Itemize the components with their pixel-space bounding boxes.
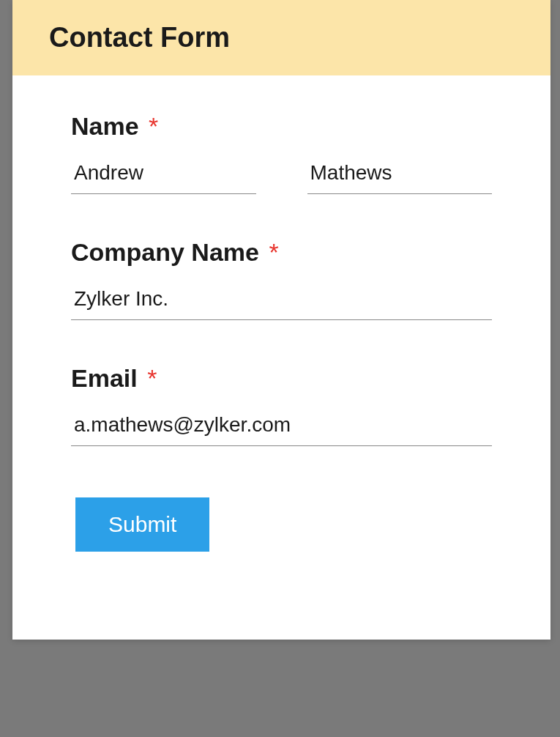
form-body: Name * Company Name * Email * Submit	[12, 75, 550, 640]
required-asterisk-icon: *	[147, 364, 157, 392]
form-title: Contact Form	[49, 22, 514, 53]
email-label: Email *	[71, 364, 492, 393]
last-name-input[interactable]	[307, 155, 493, 194]
required-asterisk-icon: *	[149, 112, 158, 140]
first-name-input[interactable]	[71, 155, 256, 194]
name-field-group: Name *	[71, 112, 492, 194]
name-row	[71, 155, 492, 194]
company-label-text: Company Name	[71, 238, 259, 266]
contact-form-card: Contact Form Name * Company Name * Email…	[12, 0, 550, 640]
submit-button[interactable]: Submit	[75, 497, 209, 552]
name-label: Name *	[71, 112, 492, 141]
form-header: Contact Form	[12, 0, 550, 75]
required-asterisk-icon: *	[269, 238, 278, 266]
name-label-text: Name	[71, 112, 139, 140]
company-field-group: Company Name *	[71, 238, 492, 320]
email-label-text: Email	[71, 364, 138, 392]
company-input[interactable]	[71, 281, 492, 320]
company-label: Company Name *	[71, 238, 492, 267]
email-input[interactable]	[71, 407, 492, 446]
email-field-group: Email *	[71, 364, 492, 446]
